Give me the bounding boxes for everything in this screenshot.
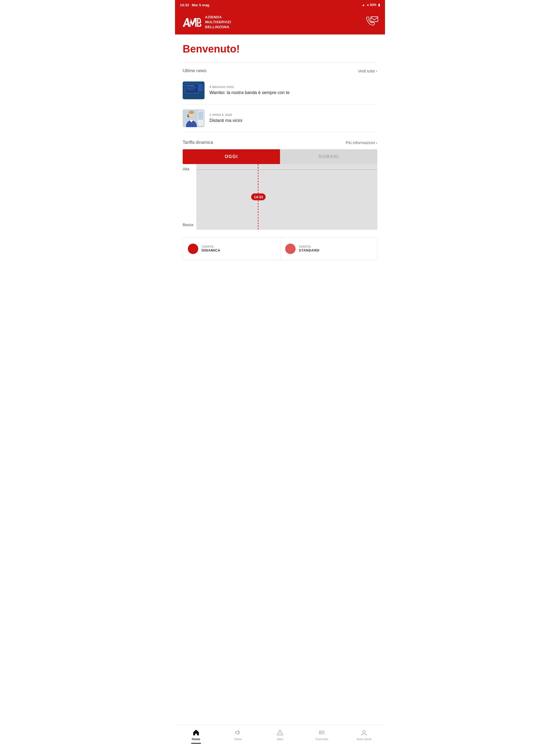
tariffa-section: Tariffa dinamica Più informazioni › OGGI… — [183, 140, 377, 268]
nav-active-indicator — [191, 743, 201, 744]
svg-point-23 — [319, 732, 320, 733]
nav-label-home: Home — [192, 738, 200, 741]
news-text-2: 2 APRILE 2020 Distanti ma vicini — [209, 113, 377, 124]
svg-rect-5 — [186, 87, 197, 87]
svg-rect-6 — [186, 88, 196, 89]
nav-item-news[interactable]: News — [217, 727, 259, 745]
news-image-1 — [183, 81, 205, 99]
svg-rect-10 — [199, 85, 202, 91]
news-headline-2: Distanti ma vicini — [209, 118, 377, 124]
status-bar: 14:33 Mar 5 mag ▲ ◂ 93% ▮ — [175, 0, 385, 10]
welcome-title: Benvenuto! — [183, 43, 377, 55]
svg-rect-0 — [371, 17, 378, 22]
nav-item-home[interactable]: Home — [175, 727, 217, 745]
tariffa-card-label-2: TARIFFA — [299, 245, 320, 248]
svg-rect-9 — [189, 95, 195, 96]
news-headline-1: Wambo: la nostra banda è sempre con te — [209, 90, 377, 96]
svg-rect-16 — [198, 111, 203, 120]
tariffa-toggle: OGGI DOMANI — [183, 149, 377, 164]
phone-envelope-icon — [366, 16, 378, 27]
nav-label-alert: Alert — [277, 738, 283, 741]
chevron-right-icon: › — [376, 69, 377, 73]
svg-point-25 — [362, 730, 365, 733]
news-item[interactable]: 4 MAGGIO 2020 Wambo: la nostra banda è s… — [183, 77, 377, 104]
tariffa-card-name-1: DINAMICA — [202, 248, 221, 252]
oggi-tab[interactable]: OGGI — [183, 149, 280, 164]
tariffa-dot-standard — [285, 243, 296, 254]
status-date: Mar 5 mag — [192, 3, 209, 7]
app-header: AZIENDA MULTISERVIZI BELLINZONA — [175, 10, 385, 34]
bottom-nav: Home News Alert — [175, 725, 385, 747]
news-icon — [234, 729, 241, 736]
tariffa-card-standard[interactable]: TARIFFA STANDARD — [280, 238, 377, 260]
nav-label-news: News — [234, 738, 242, 741]
location-icon: ◂ — [367, 3, 368, 7]
contact-button[interactable] — [366, 16, 378, 28]
news-section-header: Ultime news Vedi tutte › — [183, 62, 377, 77]
tariffa-card-name-2: STANDARD — [299, 248, 320, 252]
chart-time-badge: 14:33 — [251, 194, 265, 200]
tariffa-header: Tariffa dinamica Più informazioni › — [183, 140, 377, 149]
chart-label-low: Bassa — [183, 223, 193, 227]
nav-item-formulari[interactable]: Formulari — [301, 727, 343, 745]
nav-label-formulari: Formulari — [315, 738, 328, 741]
tariffa-chart: Alta Bassa 14:33 — [183, 164, 377, 230]
news-section-title: Ultime news — [183, 68, 206, 73]
news-date-2: 2 APRILE 2020 — [209, 113, 377, 117]
news-text-1: 4 MAGGIO 2020 Wambo: la nostra banda è s… — [209, 85, 377, 96]
chart-time-indicator: 14:33 — [258, 164, 258, 230]
battery-percent: 93% — [370, 3, 377, 7]
svg-point-24 — [319, 733, 320, 735]
battery-icon: ▮ — [378, 3, 380, 7]
tariffa-card-dinamica[interactable]: TARIFFA DINAMICA — [183, 238, 280, 260]
view-all-news-link[interactable]: Vedi tutte › — [358, 69, 377, 73]
chart-y-labels: Alta Bassa — [183, 164, 193, 230]
svg-rect-4 — [186, 85, 195, 86]
svg-point-18 — [280, 734, 280, 735]
nav-item-area-clienti[interactable]: Area clienti — [343, 727, 385, 745]
area-clienti-icon — [360, 729, 367, 736]
svg-point-13 — [189, 111, 194, 114]
chart-top-line — [196, 170, 377, 170]
wifi-icon: ▲ — [362, 3, 365, 7]
domani-tab[interactable]: DOMANI — [280, 149, 377, 164]
svg-point-22 — [319, 730, 320, 732]
news-date-1: 4 MAGGIO 2020 — [209, 85, 377, 88]
svg-rect-7 — [186, 90, 194, 90]
nav-label-area-clienti: Area clienti — [357, 738, 371, 741]
home-icon — [193, 729, 200, 736]
nav-item-alert[interactable]: Alert — [259, 727, 301, 745]
svg-rect-8 — [190, 93, 193, 95]
tariffa-title: Tariffa dinamica — [183, 140, 213, 145]
news-list: 4 MAGGIO 2020 Wambo: la nostra banda è s… — [183, 77, 377, 132]
logo-container: AZIENDA MULTISERVIZI BELLINZONA — [182, 15, 231, 30]
formulari-icon — [319, 729, 326, 736]
tariffa-dot-dinamica — [188, 243, 198, 254]
alert-icon — [276, 729, 284, 736]
main-content: Benvenuto! Ultime news Vedi tutte › — [175, 34, 385, 725]
svg-point-14 — [187, 115, 189, 117]
tariffa-card-label-1: TARIFFA — [202, 245, 221, 248]
tariffa-cards: TARIFFA DINAMICA TARIFFA STANDARD — [183, 237, 377, 260]
welcome-section: Benvenuto! — [183, 34, 377, 60]
chart-area: 14:33 — [196, 164, 377, 230]
news-image-2 — [183, 109, 205, 127]
tariffa-more-info-link[interactable]: Più informazioni › — [346, 140, 377, 145]
status-time: 14:33 — [180, 3, 189, 7]
news-item[interactable]: 2 APRILE 2020 Distanti ma vicini — [183, 104, 377, 132]
amb-logo-icon — [182, 15, 201, 29]
logo-text: AZIENDA MULTISERVIZI BELLINZONA — [205, 15, 231, 30]
chevron-right-icon: › — [376, 140, 377, 145]
chart-label-high: Alta — [183, 167, 193, 171]
